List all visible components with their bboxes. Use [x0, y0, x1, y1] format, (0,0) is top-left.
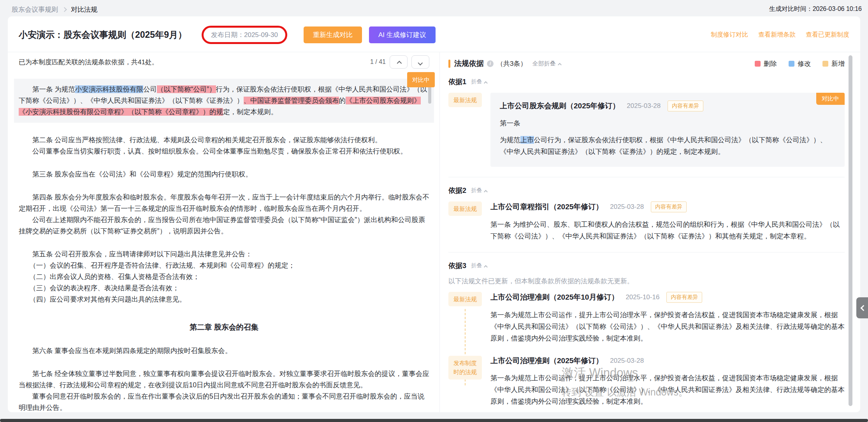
collapse-all-control[interactable]: 全部折叠: [532, 60, 561, 67]
basis-3-entries: 最新法规 上市公司治理准则（2025年10月修订） 2025-10-16 内容有…: [448, 292, 845, 407]
law-date: 2025-10-16: [626, 293, 659, 301]
match-info-row: 已为本制度匹配关联的法规条款依据，共41处。 1 / 41: [19, 52, 429, 72]
law-title: 上市公司治理准则（2025年10月修订）: [490, 292, 618, 302]
latest-law-badge: 最新法规: [448, 201, 482, 216]
law-title: 上市公司章程指引（2025年修订）: [490, 202, 603, 212]
link-revision-compare[interactable]: 制度修订对比: [711, 31, 748, 39]
basis-2-title-row: 上市公司章程指引（2025年修订） 2025-03-28 内容有差异: [490, 201, 845, 212]
legal-basis-panel: 法规依据 i （共3条） 全部折叠 删除 修改: [440, 52, 860, 412]
legend-delete: 删除: [755, 59, 777, 68]
law-article-number: 第一条: [500, 118, 835, 128]
pager-prev-button[interactable]: [390, 55, 408, 69]
law-date: 2025-03-28: [610, 203, 644, 211]
basis-3-entry-1: 最新法规 上市公司治理准则（2025年10月修订） 2025-10-16 内容有…: [448, 292, 845, 344]
link-view-new-clauses[interactable]: 查看新增条款: [758, 31, 796, 39]
law-title: 上市公司治理准则（2025年修订）: [490, 356, 603, 366]
clause-7: 第七条 经全体独立董事过半数同意，独立董事有权向董事会提议召开临时股东会。对独立…: [19, 368, 429, 391]
basis-2-badge-col: 最新法规: [448, 201, 482, 242]
right-scrollbar-thumb[interactable]: [849, 55, 852, 406]
law-body: 为规范上市公司行为，保证股东会依法行使职权，根据《中华人民共和国公司法》（以下简…: [500, 134, 835, 157]
basis-2-content[interactable]: 上市公司章程指引（2025年修订） 2025-03-28 内容有差异 第一条 为…: [490, 201, 845, 242]
diff-legend: 删除 修改 新增: [755, 59, 845, 68]
law-title: 上市公司股东会规则（2025年修订）: [500, 101, 620, 111]
basis-3-entry-1-title-row: 上市公司治理准则（2025年10月修订） 2025-10-16 内容有差异: [490, 292, 845, 303]
basis-3-entry-1-content[interactable]: 上市公司治理准则（2025年10月修订） 2025-10-16 内容有差异 第一…: [490, 292, 845, 344]
basis-1-label: 依据1: [448, 77, 466, 87]
law-body: 第一条 为维护公司、股东、职工和债权人的合法权益，规范公司的组织和行为，根据《中…: [490, 219, 845, 242]
chevron-right-icon: [62, 7, 67, 12]
add-swatch: [822, 61, 828, 67]
active-clause-block[interactable]: 对比中 第一条 为规范小安演示科技股份有限公司（以下简称“公司”）行为，保证股东…: [14, 79, 434, 123]
law-date: 2025-03-28: [610, 357, 644, 365]
content-diff-badge: 内容有差异: [666, 292, 702, 303]
basis-1-fold-control[interactable]: 折叠: [471, 78, 487, 85]
basis-1-title-row: 上市公司股东会规则（2025年修订） 2025-03-28 内容有差异: [500, 101, 835, 111]
page-title: 小安演示：股东会议事规则（2025年9月）: [19, 29, 187, 41]
latest-law-badge: 最新法规: [448, 292, 482, 306]
regenerate-compare-button[interactable]: 重新生成对比: [304, 26, 362, 43]
comparing-badge: 对比中: [407, 72, 435, 87]
basis-3-entry-2-content[interactable]: 上市公司治理准则（2025年修订） 2025-03-28 第一条为规范上市公司运…: [490, 356, 845, 407]
match-pager: 1 / 41: [370, 55, 429, 69]
basis-3-fold-control[interactable]: 折叠: [471, 262, 487, 269]
basis-3-entry-2-title-row: 上市公司治理准则（2025年修订） 2025-03-28: [490, 356, 845, 366]
info-icon[interactable]: i: [487, 60, 494, 67]
match-info-text: 已为本制度匹配关联的法规条款依据，共41处。: [19, 58, 158, 67]
card-header: 小安演示：股东会议事规则（2025年9月） 发布日期：2025-09-30 重新…: [8, 16, 860, 52]
chevron-left-icon: [860, 305, 866, 311]
breadcrumb-current: 对比法规: [71, 5, 97, 14]
clause-5: 第五条 公司召开股东会，应当聘请律师对以下问题出具法律意见并公告：: [19, 249, 429, 260]
law-body: 第一条为规范上市公司运作，提升上市公司治理水平，保护投资者合法权益，促进我国资本…: [490, 372, 845, 407]
pager-next-button[interactable]: [411, 55, 429, 69]
law-body: 第一条为规范上市公司运作，提升上市公司治理水平，保护投资者合法权益，促进我国资本…: [490, 309, 845, 344]
basis-2-label: 依据2: [448, 186, 466, 195]
basis-1-badge-col: 最新法规: [448, 93, 482, 167]
section-divider: [448, 252, 845, 252]
legend-add: 新增: [822, 59, 845, 68]
chevron-up-icon: [484, 81, 488, 85]
basis-1-card[interactable]: 对比中 上市公司股东会规则（2025年修订） 2025-03-28 内容有差异 …: [490, 93, 845, 167]
chevron-up-icon: [484, 190, 488, 194]
clause-5-item-3: （三）会议的表决程序、表决结果是否合法有效；: [19, 283, 429, 294]
modify-swatch: [789, 61, 794, 67]
clause-4: 第四条 股东会分为年度股东会和临时股东会。年度股东会每年召开一次，应当于上一会计…: [19, 192, 429, 214]
comparing-badge: 对比中: [816, 93, 845, 105]
panel-collapse-tab[interactable]: [856, 297, 868, 318]
basis-1-header: 依据1 折叠: [448, 77, 845, 87]
basis-3-entry-2: 发布制度时的法规 上市公司治理准则（2025年修订） 2025-03-28 第一…: [448, 356, 845, 407]
chevron-up-icon: [484, 265, 488, 269]
clause-5-item-4: （四）应公司要求对其他有关问题出具的法律意见。: [19, 294, 429, 305]
header-links: 制度修订对比 查看新增条款 查看已更新制度: [711, 31, 849, 39]
card-body: 已为本制度匹配关联的法规条款依据，共41处。 1 / 41 对比中 第一条 为规…: [8, 52, 860, 412]
clause-7-cont: 董事会同意召开临时股东会的，应当在作出董事会决议后的5日内发出召开股东会的通知；…: [19, 391, 429, 413]
legal-basis-count: （共3条）: [497, 59, 527, 68]
clause-4-cont: 公司在上述期限内不能召开股东会的，应当报告公司所在地中国证券监督管理委员会（以下…: [19, 214, 429, 237]
breadcrumb: 股东会议事规则 对比法规: [12, 5, 97, 14]
latest-law-badge: 最新法规: [448, 93, 482, 107]
original-law-badge: 发布制度时的法规: [448, 356, 482, 380]
generated-time: 生成对比时间：2026-03-06 10:16: [769, 5, 862, 13]
clause-2-cont: 公司董事会应当切实履行职责，认真、按时组织股东会。公司全体董事应当勤勉尽责，确保…: [19, 146, 429, 157]
clause-1: 第一条 为规范小安演示科技股份有限公司（以下简称“公司”）行为，保证股东会依法行…: [19, 84, 429, 118]
accent-bar: [448, 60, 450, 68]
link-view-updated-rules[interactable]: 查看已更新制度: [806, 31, 849, 39]
clause-6: 第六条 董事会应当在本规则第四条规定的期限内按时召集股东会。: [19, 345, 429, 357]
basis-3-header: 依据3 折叠: [448, 261, 845, 270]
content-diff-badge: 内容有差异: [651, 201, 687, 212]
clause-2: 第二条 公司应当严格按照法律、行政法规、本规则及公司章程的相关规定召开股东会，保…: [19, 134, 429, 146]
pager-count: 1 / 41: [370, 58, 386, 65]
breadcrumb-parent[interactable]: 股东会议事规则: [12, 5, 58, 14]
content-diff-badge: 内容有差异: [668, 101, 703, 111]
ai-suggestion-button[interactable]: AI 生成修订建议: [369, 26, 436, 43]
bottom-window-edge: [0, 419, 868, 422]
document-content: 对比中 第一条 为规范小安演示科技股份有限公司（以下简称“公司”）行为，保证股东…: [19, 79, 429, 413]
chevron-up-icon: [558, 63, 562, 67]
basis-3-entry-1-badge-col: 最新法规: [448, 292, 482, 344]
basis-1-entry: 最新法规 对比中 上市公司股东会规则（2025年修订） 2025-03-28 内…: [448, 93, 845, 167]
basis-3-label: 依据3: [448, 261, 466, 270]
delete-swatch: [755, 61, 761, 67]
basis-2-fold-control[interactable]: 折叠: [471, 187, 487, 194]
clause-5-item-1: （一）会议的召集、召开程序是否符合法律、行政法规、本规则和《公司章程》的规定；: [19, 260, 429, 271]
clause-3: 第三条 股东会应当在《公司法》和《公司章程》规定的范围内行使职权。: [19, 169, 429, 180]
basis-2-entry: 最新法规 上市公司章程指引（2025年修订） 2025-03-28 内容有差异 …: [448, 201, 845, 242]
